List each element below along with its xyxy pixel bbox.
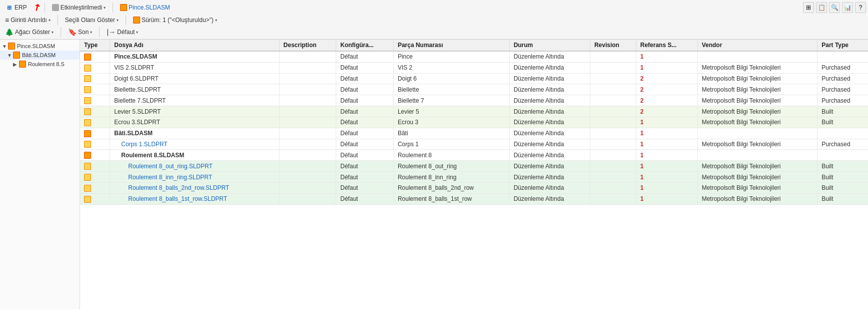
prt-icon bbox=[84, 141, 91, 148]
cell-konfigura: Défaut bbox=[336, 106, 394, 117]
cell-dosya-adi: Roulement 8_balls_2nd_row.SLDPRT bbox=[110, 182, 279, 193]
cell-type bbox=[80, 73, 110, 84]
agaci-button[interactable]: 🌲 Ağacı Göster ▾ bbox=[2, 27, 57, 37]
col-referans-s[interactable]: Referans S... bbox=[636, 40, 697, 51]
chart-icon-btn[interactable]: 📊 bbox=[842, 2, 853, 13]
cell-part-type: Purchased bbox=[817, 62, 868, 73]
separator-4 bbox=[126, 15, 126, 25]
cell-revision bbox=[590, 117, 636, 128]
cell-description bbox=[279, 73, 336, 84]
cell-revision bbox=[590, 150, 636, 161]
col-description[interactable]: Description bbox=[279, 40, 336, 51]
cell-type bbox=[80, 117, 110, 128]
col-vendor[interactable]: Vendor bbox=[697, 40, 817, 51]
grid-icon-btn[interactable]: ⊞ bbox=[803, 2, 814, 13]
expand-icon-pince: ▼ bbox=[2, 44, 7, 49]
toolbar-row-3: 🌲 Ağacı Göster ▾ 🔖 Son ▾ |→ Défaut ▾ bbox=[2, 26, 866, 38]
cell-durum: Düzenleme Altında bbox=[509, 128, 590, 139]
secili-button[interactable]: Seçili Olanı Göster ▾ bbox=[62, 16, 122, 25]
cell-revision bbox=[590, 84, 636, 95]
toolbar: ⊞ ERP ↗ Etkinleştirilmedi ▾ Pince.SLDASM… bbox=[0, 0, 868, 40]
table-row[interactable]: Roulement 8_out_ring.SLDPRTDéfautRouleme… bbox=[80, 161, 868, 172]
table-row[interactable]: Roulement 8_inn_ring.SLDPRTDéfautRouleme… bbox=[80, 172, 868, 183]
cell-parca-numarasi: Biellette 7 bbox=[393, 95, 509, 106]
expand-icon-roulement: ▶ bbox=[13, 62, 18, 67]
sidebar-item-roulement[interactable]: ▶ Roulement 8.S bbox=[0, 60, 80, 69]
cell-vendor: Metropolsoft Bilgi Teknolojileri bbox=[697, 95, 817, 106]
roulement-asm-icon-sidebar bbox=[19, 61, 26, 68]
cell-parca-numarasi: Roulement 8_balls_1st_row bbox=[393, 193, 509, 204]
pince-asm-icon-sidebar bbox=[8, 43, 15, 50]
table-row[interactable]: Biellette 7.SLDPRTDéfautBiellette 7Düzen… bbox=[80, 95, 868, 106]
son-button[interactable]: 🔖 Son ▾ bbox=[65, 27, 95, 37]
table-row[interactable]: Ecrou 3.SLDPRTDéfautEcrou 3Düzenleme Alt… bbox=[80, 117, 868, 128]
col-parca-numarasi[interactable]: Parça Numarası bbox=[393, 40, 509, 51]
cell-dosya-adi: Bâti.SLDASM bbox=[110, 128, 279, 139]
cell-description bbox=[279, 139, 336, 150]
search-icon-btn[interactable]: 🔍 bbox=[829, 2, 840, 13]
copy-icon-btn[interactable]: 📋 bbox=[816, 2, 827, 13]
cell-type bbox=[80, 193, 110, 204]
etkinlestirilmedi-button[interactable]: Etkinleştirilmedi ▾ bbox=[49, 3, 109, 12]
surum-icon bbox=[133, 17, 140, 24]
sidebar: ▼ Pince.SLDASM ▼ Bâti.SLDASM ▶ Roulement… bbox=[0, 40, 80, 309]
prt-icon bbox=[84, 75, 91, 82]
cell-description bbox=[279, 106, 336, 117]
sidebar-roulement-label: Roulement 8.S bbox=[28, 61, 65, 67]
col-revision[interactable]: Revision bbox=[590, 40, 636, 51]
cell-vendor: Metropolsoft Bilgi Teknolojileri bbox=[697, 172, 817, 183]
agaci-arrow: ▾ bbox=[52, 30, 54, 35]
table-row[interactable]: Roulement 8_balls_1st_row.SLDPRTDéfautRo… bbox=[80, 193, 868, 204]
col-durum[interactable]: Durum bbox=[509, 40, 590, 51]
erp-grid-icon: ⊞ bbox=[5, 4, 13, 12]
defaut-button[interactable]: |→ Défaut ▾ bbox=[104, 27, 141, 37]
cell-dosya-adi: Doigt 6.SLDPRT bbox=[110, 73, 279, 84]
main-area: ▼ Pince.SLDASM ▼ Bâti.SLDASM ▶ Roulement… bbox=[0, 40, 868, 309]
girinti-button[interactable]: ≡ Girinti Artırıldı ▾ bbox=[2, 15, 54, 25]
erp-button[interactable]: ⊞ ERP bbox=[2, 3, 30, 13]
cell-parca-numarasi: Pince bbox=[393, 51, 509, 62]
table-row[interactable]: Levier 5.SLDPRTDéfautLevier 5Düzenleme A… bbox=[80, 106, 868, 117]
cell-referans-s: 1 bbox=[636, 128, 697, 139]
cell-parca-numarasi: Corps 1 bbox=[393, 139, 509, 150]
cell-konfigura: Défaut bbox=[336, 84, 394, 95]
cell-konfigura: Défaut bbox=[336, 172, 394, 183]
cell-durum: Düzenleme Altında bbox=[509, 139, 590, 150]
col-part-type[interactable]: Part Type bbox=[817, 40, 868, 51]
sidebar-item-pince[interactable]: ▼ Pince.SLDASM bbox=[0, 42, 80, 51]
pince-tab[interactable]: Pince.SLDASM bbox=[117, 3, 173, 12]
table-row[interactable]: Corps 1.SLDPRTDéfautCorps 1Düzenleme Alt… bbox=[80, 139, 868, 150]
cell-revision bbox=[590, 172, 636, 183]
table-row[interactable]: Roulement 8_balls_2nd_row.SLDPRTDéfautRo… bbox=[80, 182, 868, 193]
cell-dosya-adi: Ecrou 3.SLDPRT bbox=[110, 117, 279, 128]
agaci-label: Ağacı Göster bbox=[15, 29, 50, 36]
defaut-arrow: ▾ bbox=[136, 30, 138, 35]
cell-referans-s: 2 bbox=[636, 106, 697, 117]
table-row[interactable]: Biellette.SLDPRTDéfautBielletteDüzenleme… bbox=[80, 84, 868, 95]
cell-description bbox=[279, 182, 336, 193]
girinti-arrow: ▾ bbox=[49, 18, 51, 23]
col-konfigura[interactable]: Konfigüra... bbox=[336, 40, 394, 51]
cell-type bbox=[80, 161, 110, 172]
separator-5 bbox=[61, 27, 61, 37]
help-icon-btn[interactable]: ? bbox=[855, 2, 866, 13]
cell-vendor: Metropolsoft Bilgi Teknolojileri bbox=[697, 106, 817, 117]
surum-button[interactable]: Sürüm: 1 ("<Oluşturuldu>") ▾ bbox=[130, 16, 220, 25]
table-row[interactable]: Roulement 8.SLDASMDéfautRoulement 8Düzen… bbox=[80, 150, 868, 161]
cell-referans-s: 1 bbox=[636, 182, 697, 193]
sidebar-bati-label: Bâti.SLDASM bbox=[22, 52, 56, 58]
col-type[interactable]: Type bbox=[80, 40, 110, 51]
sidebar-item-bati[interactable]: ▼ Bâti.SLDASM bbox=[0, 51, 80, 60]
cell-referans-s: 1 bbox=[636, 51, 697, 62]
table-row[interactable]: Bâti.SLDASMDéfautBâtiDüzenleme Altında1 bbox=[80, 128, 868, 139]
prt-icon bbox=[84, 97, 91, 104]
table-row[interactable]: VIS 2.SLDPRTDéfautVIS 2Düzenleme Altında… bbox=[80, 62, 868, 73]
cell-part-type bbox=[817, 150, 868, 161]
etkinlestirilmedi-arrow: ▾ bbox=[104, 6, 106, 10]
table-row[interactable]: Doigt 6.SLDPRTDéfautDoigt 6Düzenleme Alt… bbox=[80, 73, 868, 84]
cell-vendor bbox=[697, 51, 817, 62]
pince-label: Pince.SLDASM bbox=[129, 4, 170, 11]
table-row[interactable]: Pince.SLDASMDéfautPinceDüzenleme Altında… bbox=[80, 51, 868, 62]
cell-dosya-adi: Roulement 8_out_ring.SLDPRT bbox=[110, 161, 279, 172]
col-dosya-adi[interactable]: Dosya Adı bbox=[110, 40, 279, 51]
